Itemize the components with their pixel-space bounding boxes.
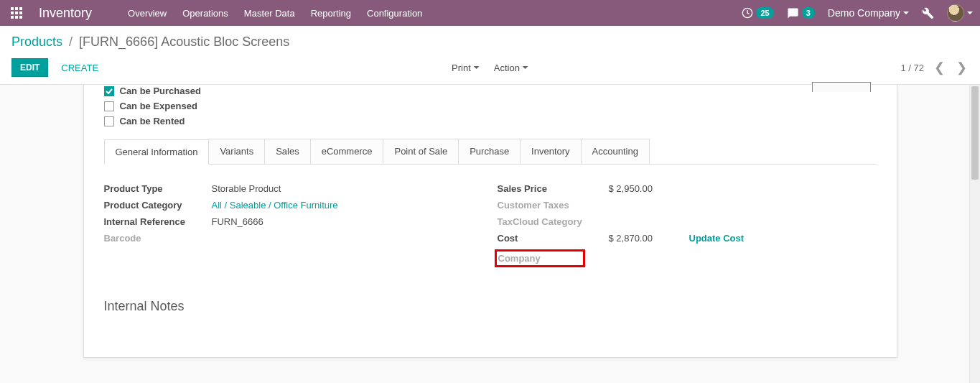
internal-reference-label: Internal Reference — [104, 216, 212, 227]
sales-price-value: $ 2,950.00 — [609, 183, 681, 194]
customer-taxes-label: Customer Taxes — [498, 200, 609, 211]
breadcrumb-products[interactable]: Products — [11, 34, 62, 49]
taxcloud-category-label: TaxCloud Category — [498, 216, 609, 227]
svg-rect-8 — [19, 16, 22, 19]
nav-configuration[interactable]: Configuration — [367, 8, 422, 19]
update-cost-link[interactable]: Update Cost — [689, 233, 745, 244]
tab-variants[interactable]: Variants — [208, 139, 265, 164]
product-type-value: Storable Product — [212, 183, 281, 194]
check-can-be-rented[interactable]: Can be Rented — [104, 114, 877, 129]
svg-rect-2 — [19, 7, 22, 10]
debug-icon[interactable] — [922, 7, 934, 19]
caret-down-icon — [967, 11, 973, 14]
check-can-be-purchased[interactable]: Can be Purchased — [104, 83, 877, 98]
pager-value[interactable]: 1 / 72 — [900, 63, 924, 73]
apps-icon[interactable] — [7, 4, 26, 22]
checkbox-icon — [104, 86, 114, 96]
action-dropdown[interactable]: Action — [494, 63, 528, 73]
tab-accounting[interactable]: Accounting — [581, 139, 650, 164]
scrollbar-thumb[interactable] — [971, 86, 979, 180]
internal-reference-value: FURN_6666 — [212, 216, 263, 227]
checkbox-icon — [104, 101, 114, 111]
breadcrumb-sep: / — [69, 34, 73, 49]
tab-inventory[interactable]: Inventory — [520, 139, 581, 164]
sales-price-label: Sales Price — [498, 183, 609, 194]
form-sheet: Can be Purchased Can be Expensed Can be … — [83, 85, 897, 358]
app-title[interactable]: Inventory — [39, 6, 92, 21]
user-menu[interactable] — [947, 4, 973, 22]
svg-rect-4 — [15, 11, 18, 14]
nav-overview[interactable]: Overview — [128, 8, 167, 19]
product-image-box[interactable] — [812, 82, 871, 92]
company-highlight: Company — [495, 249, 585, 267]
nav-operations[interactable]: Operations — [182, 8, 228, 19]
messaging-indicator[interactable]: 3 — [787, 7, 815, 19]
cost-label: Cost — [498, 233, 609, 244]
breadcrumb-current: [FURN_6666] Acoustic Bloc Screens — [79, 34, 289, 49]
right-column: Sales Price $ 2,950.00 Customer Taxes Ta… — [498, 180, 877, 270]
nav-master-data[interactable]: Master Data — [244, 8, 295, 19]
check-can-be-expensed[interactable]: Can be Expensed — [104, 98, 877, 114]
nav-reporting[interactable]: Reporting — [311, 8, 351, 19]
barcode-label: Barcode — [104, 233, 212, 244]
tab-purchase[interactable]: Purchase — [458, 139, 521, 164]
tab-sales[interactable]: Sales — [264, 139, 311, 164]
pager-prev[interactable]: ❮ — [933, 60, 946, 75]
chat-icon — [787, 7, 799, 19]
svg-rect-0 — [11, 7, 14, 10]
vertical-scrollbar[interactable] — [969, 85, 980, 383]
svg-rect-5 — [19, 11, 22, 14]
internal-notes-heading: Internal Notes — [84, 270, 897, 314]
product-category-value[interactable]: All / Saleable / Office Furniture — [212, 200, 338, 211]
activity-badge: 25 — [756, 7, 773, 19]
edit-button[interactable]: EDIT — [11, 58, 48, 77]
product-category-label: Product Category — [104, 200, 212, 211]
create-button[interactable]: CREATE — [61, 63, 98, 73]
messaging-badge: 3 — [802, 7, 815, 19]
caret-down-icon — [474, 66, 480, 69]
svg-rect-1 — [15, 7, 18, 10]
svg-rect-6 — [11, 16, 14, 19]
tab-point-of-sale[interactable]: Point of Sale — [383, 139, 459, 164]
check-label: Can be Purchased — [120, 86, 201, 96]
pager-next[interactable]: ❯ — [955, 60, 969, 75]
clock-icon — [742, 7, 753, 19]
tab-ecommerce[interactable]: eCommerce — [310, 139, 384, 164]
check-label: Can be Rented — [120, 116, 185, 126]
avatar — [947, 4, 964, 22]
top-nav: Overview Operations Master Data Reportin… — [128, 8, 422, 19]
check-label: Can be Expensed — [120, 101, 197, 111]
caret-down-icon — [903, 11, 909, 14]
print-dropdown[interactable]: Print — [452, 63, 480, 73]
caret-down-icon — [523, 66, 528, 69]
tabs: General Information Variants Sales eComm… — [104, 139, 877, 165]
breadcrumb: Products / [FURN_6666] Acoustic Bloc Scr… — [11, 34, 969, 50]
cost-value: $ 2,870.00 — [609, 233, 681, 244]
company-switcher[interactable]: Demo Company — [828, 7, 909, 19]
svg-rect-7 — [15, 16, 18, 19]
left-column: Product Type Storable Product Product Ca… — [104, 180, 483, 270]
activity-indicator[interactable]: 25 — [742, 7, 773, 19]
product-type-label: Product Type — [104, 183, 212, 194]
company-label: Company — [498, 253, 582, 264]
tab-general-information[interactable]: General Information — [104, 139, 210, 165]
topbar: Inventory Overview Operations Master Dat… — [0, 0, 980, 26]
checkbox-icon — [104, 116, 114, 126]
company-name: Demo Company — [828, 7, 900, 19]
svg-rect-3 — [11, 11, 14, 14]
